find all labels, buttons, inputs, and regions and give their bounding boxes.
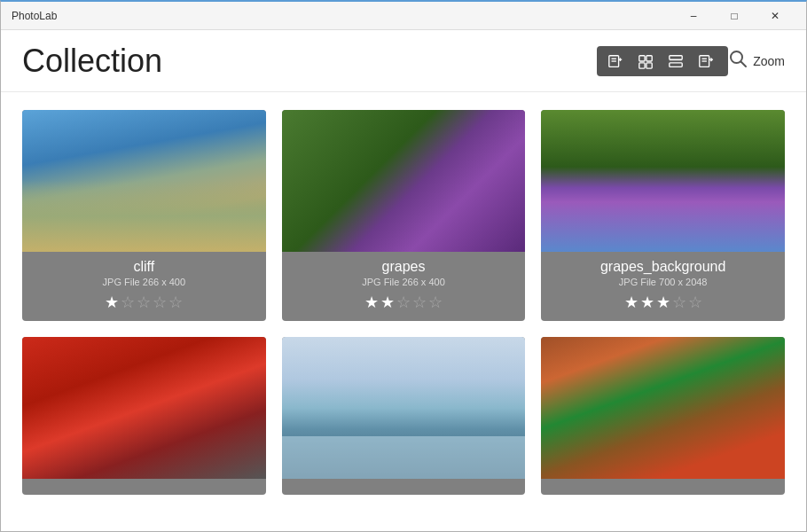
photo-card-poppies[interactable] <box>22 337 266 495</box>
star-5[interactable]: ☆ <box>168 293 183 312</box>
photo-meta-cliff: JPG File 266 x 400 <box>31 277 257 287</box>
photo-name-grapes: grapes <box>291 259 517 275</box>
photo-info-cliff: cliffJPG File 266 x 400★☆☆☆☆ <box>22 252 266 321</box>
detail-icon <box>668 53 684 69</box>
photo-card-door[interactable] <box>541 337 785 495</box>
detail-view-button[interactable] <box>662 50 689 73</box>
photo-stars-cliff[interactable]: ★☆☆☆☆ <box>31 293 257 312</box>
star-2[interactable]: ★ <box>380 293 395 312</box>
photo-grid: cliffJPG File 266 x 400★☆☆☆☆grapesJPG Fi… <box>22 110 785 495</box>
star-4[interactable]: ☆ <box>412 293 427 312</box>
star-3[interactable]: ☆ <box>137 293 151 312</box>
svg-line-17 <box>741 62 747 67</box>
minimize-button[interactable]: – <box>673 2 714 30</box>
import-view-button[interactable] <box>602 50 629 73</box>
photo-grid-container: cliffJPG File 266 x 400★☆☆☆☆grapesJPG Fi… <box>1 92 806 531</box>
photo-thumb-grapes <box>282 110 526 252</box>
photo-card-grapes[interactable]: grapesJPG File 266 x 400★★☆☆☆ <box>282 110 526 321</box>
photo-info-door <box>541 479 785 495</box>
app-title: PhotoLab <box>12 10 673 22</box>
page-title: Collection <box>22 43 597 80</box>
star-1[interactable]: ★ <box>364 293 379 312</box>
star-2[interactable]: ★ <box>640 293 654 312</box>
title-bar: PhotoLab – □ ✕ <box>1 2 806 30</box>
star-4[interactable]: ☆ <box>672 293 686 312</box>
photo-info-grapes: grapesJPG File 266 x 400★★☆☆☆ <box>282 252 526 321</box>
photo-thumb-grapes_background <box>541 110 785 252</box>
photo-info-grapes_background: grapes_backgroundJPG File 700 x 2048★★★☆… <box>541 252 785 321</box>
zoom-label: Zoom <box>753 54 785 68</box>
photo-card-cliff[interactable]: cliffJPG File 266 x 400★☆☆☆☆ <box>22 110 266 321</box>
photo-thumb-cliff <box>22 110 266 252</box>
star-3[interactable]: ★ <box>656 293 670 312</box>
photo-name-grapes_background: grapes_background <box>550 259 776 275</box>
star-2[interactable]: ☆ <box>121 293 135 312</box>
header: Collection <box>1 30 806 92</box>
photo-card-grapes_background[interactable]: grapes_backgroundJPG File 700 x 2048★★★☆… <box>541 110 785 321</box>
import-icon <box>607 53 623 69</box>
star-5[interactable]: ☆ <box>688 293 702 312</box>
svg-rect-8 <box>646 62 652 67</box>
star-4[interactable]: ☆ <box>153 293 167 312</box>
star-5[interactable]: ☆ <box>428 293 443 312</box>
close-button[interactable]: ✕ <box>755 2 795 30</box>
search-icon[interactable] <box>728 49 748 73</box>
photo-thumb-water <box>282 337 526 479</box>
app-window: PhotoLab – □ ✕ Collection <box>0 0 807 532</box>
window-controls: – □ ✕ <box>673 2 795 30</box>
photo-meta-grapes: JPG File 266 x 400 <box>291 277 517 287</box>
photo-info-water <box>282 479 526 495</box>
photo-info-poppies <box>22 479 266 495</box>
photo-meta-grapes_background: JPG File 700 x 2048 <box>550 277 776 287</box>
maximize-button[interactable]: □ <box>714 2 755 30</box>
svg-rect-10 <box>670 62 682 66</box>
photo-thumb-poppies <box>22 337 266 479</box>
select-view-button[interactable] <box>632 50 659 73</box>
search-area: Zoom <box>728 49 785 73</box>
photo-name-cliff: cliff <box>31 259 257 275</box>
photo-stars-grapes[interactable]: ★★☆☆☆ <box>291 293 517 312</box>
photo-card-water[interactable] <box>282 337 526 495</box>
photo-thumb-door <box>541 337 785 479</box>
svg-rect-6 <box>646 55 652 60</box>
svg-rect-5 <box>639 55 645 60</box>
export-icon <box>698 53 714 69</box>
select-icon <box>638 53 654 69</box>
export-view-button[interactable] <box>693 50 719 73</box>
view-toolbar <box>597 46 728 76</box>
photo-stars-grapes_background[interactable]: ★★★☆☆ <box>550 293 776 312</box>
star-1[interactable]: ★ <box>624 293 639 312</box>
svg-rect-9 <box>670 55 682 59</box>
star-1[interactable]: ★ <box>105 293 119 312</box>
star-3[interactable]: ☆ <box>396 293 411 312</box>
svg-rect-7 <box>639 62 645 67</box>
